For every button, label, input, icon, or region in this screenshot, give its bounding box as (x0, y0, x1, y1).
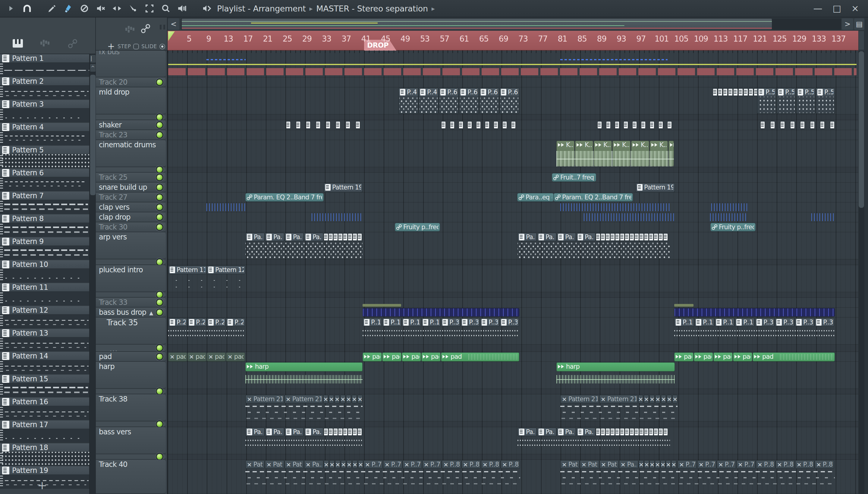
clip-pattern-mini[interactable] (353, 233, 357, 241)
maximize-button[interactable]: □ (833, 4, 841, 13)
clip-pattern-mini[interactable] (667, 121, 672, 129)
clip-pa..[interactable]: Pa.. (245, 233, 265, 241)
playlist-lane-d6[interactable] (168, 389, 858, 394)
clip-p..1[interactable]: P..1 (402, 318, 421, 326)
playlist-lane-plk[interactable] (168, 265, 858, 292)
track-row-spacer[interactable]: ... (96, 167, 166, 173)
track-name-row-track-23[interactable]: Track 23 (96, 130, 166, 140)
clip-muted-mini[interactable]: × (358, 460, 363, 469)
clip-pad[interactable]: pad (674, 353, 694, 361)
clip-muted-mini[interactable]: × (346, 395, 351, 403)
step-checkbox[interactable] (133, 44, 139, 50)
clip-pattern-mini[interactable] (718, 88, 722, 96)
track-name-row-snare-build-up[interactable]: snare build up (96, 183, 166, 192)
clip-pattern-mini[interactable] (459, 121, 463, 129)
clip-pattern-mini[interactable] (659, 233, 663, 241)
horizontal-scrollbar[interactable] (181, 18, 841, 30)
volume-icon[interactable] (176, 2, 188, 15)
scroll-options-icon[interactable]: ▤ (854, 18, 864, 30)
pattern-item[interactable]: Pattern 1 (0, 54, 89, 77)
clip-pattern-mini[interactable] (348, 428, 352, 436)
clip-param.-eq-2..band-7-freq[interactable]: Param. EQ 2..Band 7 freq (245, 193, 324, 202)
pattern-item[interactable]: Pattern 18 (0, 443, 89, 466)
clip-p..4[interactable]: P..4 (399, 88, 418, 114)
clip-pattern-mini[interactable] (620, 233, 625, 241)
playlist-lane-t23[interactable] (168, 130, 858, 140)
clip-pattern-mini[interactable] (630, 428, 634, 436)
clip-pattern-mini[interactable] (476, 121, 481, 129)
clip-pa..[interactable]: ×Pa.. (619, 460, 638, 469)
clip-pattern-mini[interactable] (639, 233, 644, 241)
clip-pattern-mini[interactable] (601, 233, 605, 241)
clip-pattern-mini[interactable] (326, 121, 330, 129)
clip-pattern-mini[interactable] (630, 233, 634, 241)
clip-pattern-mini[interactable] (329, 233, 333, 241)
clip-p..2[interactable]: P..2 (168, 318, 187, 326)
track-row-spacer[interactable]: ... (96, 114, 166, 120)
pattern-item[interactable]: Pattern 12 (0, 306, 89, 329)
pattern-item[interactable]: Pattern 4 (0, 123, 89, 146)
clip-pattern-mini[interactable] (663, 428, 668, 436)
clip-p..5[interactable]: P..5 (757, 88, 776, 114)
clip-pattern-mini[interactable] (780, 121, 785, 129)
automation-mode-icon[interactable] (141, 24, 150, 33)
clip-pa..[interactable]: Pa.. (517, 428, 537, 436)
track-name-row-bass-bus-drop[interactable]: bass bus drop▲ (96, 307, 166, 318)
pencil-icon[interactable] (46, 2, 58, 15)
playlist-lane-snr[interactable] (168, 183, 858, 192)
clip-pat..[interactable]: ×Pat.. (580, 460, 599, 469)
pattern-item[interactable]: Pattern 16 (0, 398, 89, 420)
clip-p..6[interactable]: P..6 (499, 88, 519, 114)
clip-p..3[interactable]: P..3 (755, 318, 775, 326)
horizontal-scrollbar-thumb[interactable] (182, 19, 772, 30)
clip-pad[interactable]: ×pad (168, 353, 187, 361)
clip-pattern-mini[interactable] (770, 121, 775, 129)
track-mute-led[interactable] (156, 388, 163, 395)
automation-tab-icon[interactable] (68, 39, 77, 48)
clip-p..7[interactable]: ×P..7 (678, 460, 697, 469)
clip-pattern-mini[interactable] (450, 121, 455, 129)
clip-pat..[interactable]: ×Pat.. (265, 460, 284, 469)
clip-pa..[interactable]: Pa.. (537, 233, 556, 241)
pattern-item[interactable]: Pattern 17 (0, 420, 89, 443)
playlist-lane-d8[interactable] (168, 454, 858, 460)
clip-pattern-mini[interactable] (760, 121, 765, 129)
clip-pattern-mini[interactable] (333, 233, 338, 241)
clip-pattern-mini[interactable] (494, 121, 498, 129)
clip-p..3[interactable]: P..3 (441, 318, 460, 326)
track-name-row-track-27[interactable]: Track 27 (96, 192, 166, 203)
playlist-lane-d7[interactable] (168, 421, 858, 427)
clip-pa..[interactable]: Pa.. (557, 233, 576, 241)
clip-param.-eq-2..band-7-freq[interactable]: Param. EQ 2..Band 7 freq (554, 193, 633, 202)
clip-muted-mini[interactable]: × (329, 460, 335, 469)
clip-muted-mini[interactable]: × (335, 460, 340, 469)
track-mute-led[interactable] (156, 453, 163, 460)
pattern-item-header[interactable]: Pattern 15 (0, 375, 89, 383)
clip-pattern-mini[interactable] (749, 88, 753, 96)
clip-p..8[interactable]: ×P..8 (756, 460, 775, 469)
clip-p..1[interactable]: P..1 (421, 318, 441, 326)
clip-p..1[interactable]: P..1 (363, 318, 382, 326)
pattern-item[interactable]: Pattern 3 (0, 100, 89, 123)
track-mute-led[interactable] (156, 113, 163, 121)
clip-p..7[interactable]: ×P..7 (422, 460, 442, 469)
mute-icon[interactable] (95, 2, 107, 15)
vertical-scrollbar-thumb[interactable] (858, 51, 864, 208)
clip-pattern-mini[interactable] (615, 428, 620, 436)
pattern-item-header[interactable]: Pattern 9 (0, 238, 89, 246)
clip-pattern-mini[interactable] (316, 121, 320, 129)
clip-p..2[interactable]: P..2 (226, 318, 245, 326)
playlist-lane-d4[interactable] (168, 292, 858, 298)
pattern-item[interactable]: Pattern 8 (0, 214, 89, 238)
track-mute-led[interactable] (156, 166, 163, 173)
scroll-left-button[interactable]: < (168, 18, 179, 30)
slide-radio[interactable] (160, 44, 165, 50)
pattern-item-header[interactable]: Pattern 12 (0, 306, 89, 315)
track-mute-led[interactable] (156, 353, 163, 360)
clip-p..7[interactable]: ×P..7 (697, 460, 716, 469)
clip-harp[interactable]: harp (245, 362, 363, 372)
clip-pa..[interactable]: Pa.. (265, 428, 284, 436)
clip-pad[interactable]: pad (714, 353, 733, 361)
clip-muted-mini[interactable]: × (352, 460, 357, 469)
clip-pattern-mini[interactable] (606, 428, 610, 436)
